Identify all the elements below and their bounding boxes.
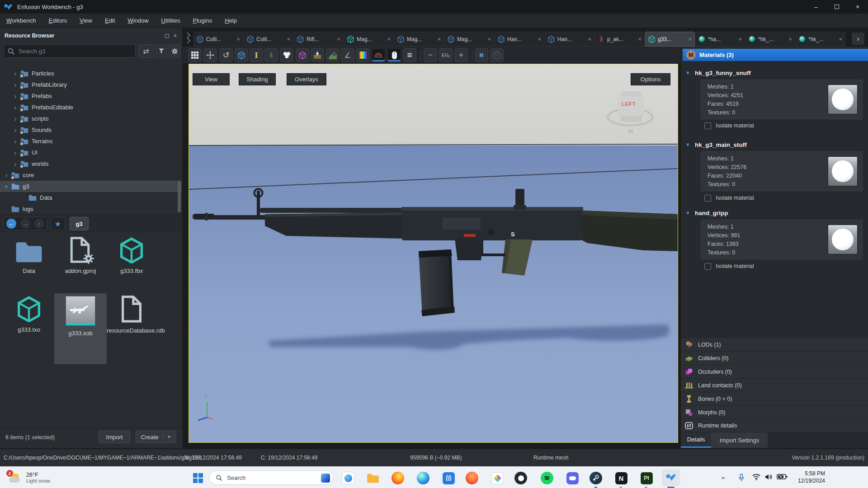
tab-rifle[interactable]: Rifl...× bbox=[294, 32, 344, 47]
tree-item-scripts[interactable]: ›scripts bbox=[0, 113, 182, 124]
tree-item-core[interactable]: ›core bbox=[0, 169, 182, 181]
3d-viewport[interactable]: S View Shading Overlays Options LEFT M Y bbox=[189, 64, 678, 443]
back-button[interactable]: ← bbox=[6, 219, 16, 229]
tab-collision-1[interactable]: Colli...× bbox=[193, 32, 243, 47]
tab-close-icon[interactable]: × bbox=[487, 36, 491, 42]
tab-close-icon[interactable]: × bbox=[688, 36, 692, 42]
taskbar-search-box[interactable]: Search bbox=[209, 470, 334, 485]
show-vertices-button[interactable] bbox=[280, 48, 293, 62]
section-morphs[interactable]: Morphs (0) bbox=[681, 405, 868, 419]
show-bones-button[interactable]: I bbox=[250, 48, 263, 62]
file-item-g333-fbx[interactable]: g333.fbx bbox=[107, 237, 156, 275]
drop-to-ground-button[interactable] bbox=[311, 48, 324, 62]
chevron-right-icon[interactable]: › bbox=[12, 150, 19, 156]
lighting-toggle-button[interactable] bbox=[372, 48, 385, 62]
tree-item-worlds[interactable]: ›worlds bbox=[0, 158, 182, 169]
settings-button[interactable] bbox=[169, 44, 180, 58]
weather-widget[interactable]: 2 26°F Light snow bbox=[6, 469, 83, 487]
tree-item-terrains[interactable]: ›Terrains bbox=[0, 136, 182, 147]
minimize-button[interactable]: – bbox=[806, 0, 826, 14]
view-menu-dropdown[interactable]: View bbox=[193, 73, 230, 85]
ev-increase-button[interactable]: + bbox=[454, 48, 468, 62]
tab-handguard-1[interactable]: Han...× bbox=[495, 32, 544, 47]
taskbar-notion[interactable]: N bbox=[614, 471, 628, 485]
menu-workbench[interactable]: Workbench bbox=[6, 17, 36, 24]
filter-button[interactable] bbox=[156, 44, 167, 58]
tab-collision-2[interactable]: Colli...× bbox=[244, 32, 293, 47]
clock-widget[interactable]: 5:58 PM 12/19/2024 bbox=[798, 470, 825, 484]
tab-close-icon[interactable]: × bbox=[387, 36, 391, 42]
camera-mode-button[interactable]: M bbox=[475, 48, 488, 62]
forward-button[interactable]: → bbox=[20, 219, 30, 229]
material-preview-sphere[interactable] bbox=[828, 225, 858, 254]
taskbar-microsoft-store[interactable] bbox=[441, 471, 456, 485]
start-button[interactable] bbox=[191, 471, 205, 485]
tree-item-data[interactable]: ›Data bbox=[0, 192, 182, 203]
material-hk-g3-main-stuff[interactable]: ▼hk_g3_main_stuff bbox=[681, 140, 868, 149]
options-menu-dropdown[interactable]: Options bbox=[631, 73, 670, 85]
search-input[interactable] bbox=[4, 44, 136, 58]
tab-p-ak[interactable]: p_ak...× bbox=[595, 32, 645, 47]
tree-item-prefabseditable[interactable]: ›PrefabsEditable bbox=[0, 102, 182, 113]
section-lods[interactable]: LODs (1) bbox=[681, 338, 868, 351]
shading-menu-dropdown[interactable]: Shading bbox=[239, 73, 276, 85]
collapse-icon[interactable]: ▼ bbox=[685, 142, 690, 147]
tree-item-particles[interactable]: ›Particles bbox=[0, 68, 182, 79]
menu-editors[interactable]: Editors bbox=[49, 17, 67, 24]
overlays-menu-dropdown[interactable]: Overlays bbox=[287, 73, 326, 85]
tree-item-sounds[interactable]: ›Sounds bbox=[0, 124, 182, 136]
float-panel-button[interactable] bbox=[163, 33, 170, 39]
tab-close-icon[interactable]: × bbox=[236, 36, 240, 42]
terrain-snap-button[interactable] bbox=[326, 48, 340, 62]
material-hk-g3-funny-snuff[interactable]: ▼hk_g3_funny_snuff bbox=[681, 68, 868, 77]
grid-toggle-button[interactable] bbox=[188, 48, 202, 62]
translate-button[interactable] bbox=[203, 48, 217, 62]
tree-item-prefabs[interactable]: ›Prefabs bbox=[0, 90, 182, 102]
mouse-mode-button[interactable] bbox=[387, 48, 401, 62]
tree-scrollbar[interactable] bbox=[178, 181, 181, 212]
swap-view-button[interactable]: ⇄ bbox=[138, 44, 154, 58]
taskbar-spotify[interactable] bbox=[540, 471, 554, 485]
tab-magazine-2[interactable]: Mag...× bbox=[394, 32, 444, 47]
maximize-button[interactable] bbox=[826, 0, 847, 14]
taskbar-mail-app[interactable] bbox=[341, 471, 355, 485]
tab-import-settings[interactable]: Import Settings bbox=[711, 432, 768, 448]
tab-scroll-right-button[interactable]: › bbox=[852, 33, 864, 45]
orientation-gizmo[interactable]: LEFT M bbox=[605, 90, 659, 138]
taskbar-github[interactable] bbox=[514, 471, 528, 485]
favorite-button[interactable]: ★ bbox=[51, 217, 65, 230]
tab-close-icon[interactable]: × bbox=[538, 36, 541, 42]
tray-overflow-button[interactable]: › bbox=[718, 477, 727, 479]
collapse-icon[interactable]: ▼ bbox=[685, 210, 690, 216]
taskbar-edge[interactable] bbox=[416, 471, 430, 485]
volume-tray-icon[interactable] bbox=[765, 474, 773, 480]
menu-window[interactable]: Window bbox=[127, 17, 148, 24]
tree-item-g3[interactable]: ▾g3 bbox=[0, 181, 182, 192]
section-colliders[interactable]: Colliders (0) bbox=[681, 351, 868, 365]
tab-handguard-2[interactable]: Han...× bbox=[545, 32, 594, 47]
rotate-button[interactable]: ↺ bbox=[219, 48, 233, 62]
import-button[interactable]: Import bbox=[99, 431, 130, 443]
show-geometry-button[interactable] bbox=[235, 48, 248, 62]
chevron-right-icon[interactable]: › bbox=[12, 104, 19, 111]
material-preview-sphere[interactable] bbox=[828, 84, 858, 114]
chevron-right-icon[interactable]: › bbox=[12, 138, 19, 145]
tab-close-icon[interactable]: × bbox=[337, 36, 340, 42]
tab-close-icon[interactable]: × bbox=[738, 36, 742, 42]
taskbar-photos-app[interactable] bbox=[490, 471, 505, 485]
close-button[interactable]: × bbox=[847, 0, 868, 14]
ev-value-button[interactable]: EV0 bbox=[439, 48, 453, 62]
taskbar-firefox[interactable] bbox=[391, 471, 405, 485]
taskbar-enfusion-active[interactable] bbox=[662, 469, 680, 486]
section-bones[interactable]: Bones (0 + 0) bbox=[681, 392, 868, 405]
tab-material-hk-1[interactable]: *hk_...× bbox=[745, 32, 795, 47]
file-item-data[interactable]: Data bbox=[4, 237, 54, 275]
wifi-tray-icon[interactable] bbox=[752, 474, 760, 480]
taskbar-steam[interactable] bbox=[589, 471, 603, 485]
create-dropdown-icon[interactable]: ▼ bbox=[163, 435, 171, 439]
menu-view[interactable]: View bbox=[80, 17, 92, 24]
tab-material-ha[interactable]: *ha...× bbox=[695, 32, 745, 47]
tree-item-ui[interactable]: ›UI bbox=[0, 147, 182, 158]
show-skeleton-button[interactable] bbox=[264, 48, 278, 62]
lens-effects-button[interactable] bbox=[490, 48, 504, 62]
